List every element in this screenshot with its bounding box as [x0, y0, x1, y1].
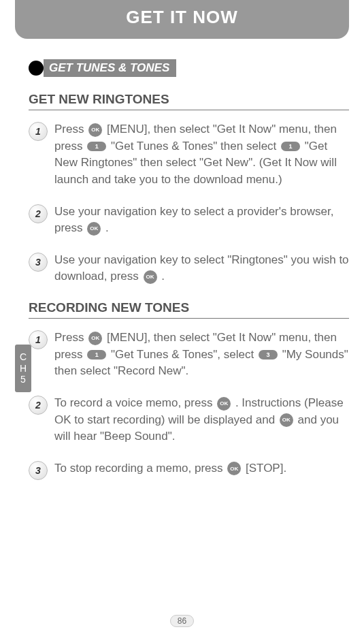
content-area: GET TUNES & TONES GET NEW RINGTONES1Pres… [0, 39, 364, 480]
step-text: Use your navigation key to select a prov… [54, 204, 349, 237]
one-key-icon: 1 [281, 142, 300, 151]
step-text: To stop recording a memo, press OK [STOP… [54, 460, 286, 477]
one-key-icon: 1 [87, 350, 106, 360]
step-number: 1 [29, 330, 48, 349]
step-text: Press OK [MENU], then select "Get It Now… [54, 121, 349, 189]
ok-key-icon: OK [144, 270, 157, 284]
step-number: 2 [29, 396, 48, 415]
three-key-icon: 3 [259, 350, 278, 360]
ok-key-icon: OK [88, 123, 102, 137]
chapter-tab-h: H [20, 363, 27, 374]
instruction-step: 2Use your navigation key to select a pro… [29, 204, 349, 237]
chapter-tab-c: C [20, 351, 27, 363]
step-number: 1 [29, 122, 48, 141]
ok-key-icon: OK [88, 332, 102, 345]
instruction-step: 1Press OK [MENU], then select "Get It No… [29, 330, 349, 380]
chapter-tab-num: 5 [20, 374, 26, 385]
instruction-step: 3Use your navigation key to select "Ring… [29, 252, 349, 285]
step-text: To record a voice memo, press OK . Instr… [54, 395, 349, 445]
sub-header: GET TUNES & TONES [29, 59, 349, 77]
instruction-step: 1Press OK [MENU], then select "Get It No… [29, 121, 349, 189]
section-title: RECORDING NEW TONES [29, 300, 349, 319]
ok-key-icon: OK [280, 413, 293, 427]
ok-key-icon: OK [217, 397, 231, 411]
page-header: GET IT NOW [15, 0, 349, 39]
step-text: Use your navigation key to select "Ringt… [54, 252, 349, 285]
section-title: GET NEW RINGTONES [29, 92, 349, 110]
sub-header-label: GET TUNES & TONES [44, 59, 176, 77]
page-number-wrap: 86 [0, 614, 364, 627]
instruction-step: 2To record a voice memo, press OK . Inst… [29, 395, 349, 445]
step-number: 2 [29, 204, 48, 223]
step-text: Press OK [MENU], then select "Get It Now… [54, 330, 349, 380]
step-number: 3 [29, 253, 48, 272]
bullet-icon [29, 61, 44, 76]
instruction-step: 3To stop recording a memo, press OK [STO… [29, 460, 349, 480]
one-key-icon: 1 [87, 142, 106, 151]
page-title: GET IT NOW [126, 7, 238, 27]
step-number: 3 [29, 461, 48, 480]
chapter-tab: C H 5 [15, 345, 31, 392]
ok-key-icon: OK [87, 222, 101, 236]
page-number: 86 [170, 615, 194, 627]
ok-key-icon: OK [227, 462, 241, 475]
